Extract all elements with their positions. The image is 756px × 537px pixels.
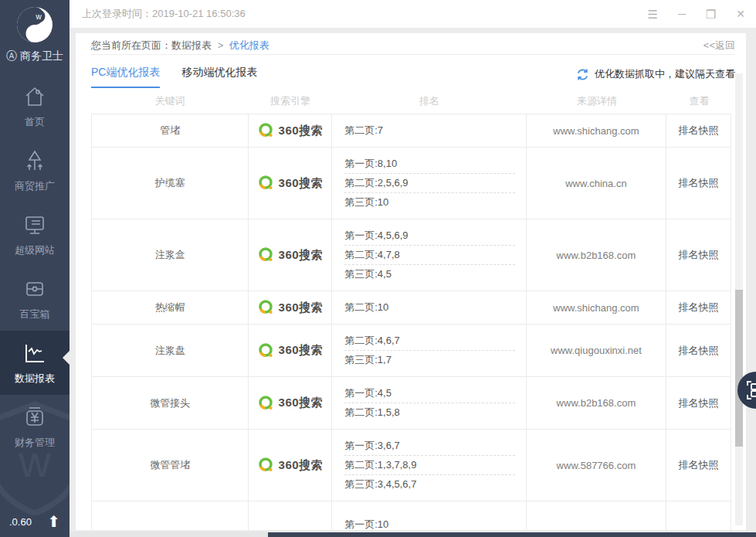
rank-line: 第一页:4,5 [344,384,514,403]
header-keyword: 关键词 [91,94,249,108]
rank-cell: 第二页:7 [332,114,526,147]
rank-snapshot-link[interactable]: 排名快照 [679,301,719,314]
header-engine: 搜索引擎 [249,94,332,108]
svg-text:w: w [18,437,51,486]
sidebar-item-label: 数据报表 [15,372,55,386]
sidebar-item-toolbox[interactable]: 百宝箱 [0,267,69,331]
breadcrumb-prefix: 您当前所在页面：数据报表 [91,39,212,51]
rank-cell: 第一页:4,5第二页:1,5,8 [332,377,526,429]
rank-snapshot-link[interactable]: 排名快照 [679,248,719,262]
engine-name: 360搜索 [279,458,324,473]
keyword-cell: 热缩帽 [92,291,249,324]
rank-cell: 第二页:10 [332,291,526,324]
window-minimize-icon[interactable]: ─ [678,8,686,19]
source-link[interactable]: www.china.cn [565,178,626,189]
rank-line: 第三页:3,4,5,6,7 [344,475,514,494]
sidebar-item-data-report[interactable]: 数据报表 [0,331,69,395]
keyword-cell: 管堵 [92,114,249,147]
upgrade-arrow-icon[interactable]: ⬆ [47,514,60,529]
engine-cell: 360搜索 [249,430,332,501]
keyword-cell: 微管接头 [92,377,249,429]
view-cell [666,501,731,530]
keyword-cell: 微管管堵 [92,430,249,501]
sidebar-item-promotion[interactable]: 商贸推广 [0,138,69,202]
sidebar-item-website[interactable]: 超级网站 [0,202,69,267]
monitor-icon [23,213,46,236]
table-row: 热缩帽 360搜索 第二页:10 www.shichang.com 排名快照 [91,291,731,325]
home-icon [23,85,46,108]
view-cell: 排名快照 [666,219,731,291]
tab-pc-report[interactable]: PC端优化报表 [91,66,160,88]
sidebar-item-home[interactable]: 首页 [0,74,69,138]
svg-text:w: w [35,12,42,21]
engine-name: 360搜索 [279,301,324,315]
report-table: 关键词 搜索引擎 排名 来源详情 查看 管堵 360搜索 第二页:7 www.s… [91,89,731,530]
sidebar-item-label: 超级网站 [15,243,55,257]
promotion-arrows-icon [23,149,46,172]
rank-line: 第一页:8,10 [344,155,514,174]
engine-cell [249,501,332,530]
table-row: 微管接头 360搜索 第一页:4,5第二页:1,5,8 www.b2b168.c… [91,377,731,430]
keyword-cell: 护缆塞 [92,148,249,219]
engine-cell: 360搜索 [249,114,332,147]
view-cell: 排名快照 [666,430,731,501]
breadcrumb: 您当前所在页面：数据报表 > 优化报表 [91,39,270,53]
rank-snapshot-link[interactable]: 排名快照 [679,124,719,138]
breadcrumb-separator: > [218,39,224,51]
rank-line: 第二页:10 [344,298,514,317]
rank-cell: 第二页:4,6,7第三页:1,7 [332,325,526,376]
header-view: 查看 [667,94,731,108]
sidebar-item-label: 首页 [25,115,45,129]
engine-cell: 360搜索 [249,377,332,429]
table-row: 护缆塞 360搜索 第一页:8,10第二页:2,5,6,9第三页:10 www.… [91,148,731,219]
source-cell: www.b2b168.com [527,219,667,291]
view-cell: 排名快照 [666,325,731,376]
window-menu-icon[interactable]: ☰ [647,8,657,20]
table-body: 管堵 360搜索 第二页:7 www.shichang.com 排名快照 护缆塞 [91,114,731,530]
table-row: 第一页:10 [91,501,731,530]
back-link[interactable]: <<返回 [703,39,735,53]
rank-snapshot-link[interactable]: 排名快照 [679,396,719,410]
360-search-logo-icon [258,395,275,412]
source-link[interactable]: www.b2b168.com [557,250,636,261]
engine-cell: 360搜索 [249,291,332,324]
engine-cell: 360搜索 [249,148,332,219]
engine-name: 360搜索 [279,176,324,191]
view-cell: 排名快照 [666,291,731,324]
table-header-row: 关键词 搜索引擎 排名 来源详情 查看 [91,89,731,114]
main-panel: 您当前所在页面：数据报表 > 优化报表 <<返回 PC端优化报表 移动端优化报表… [76,33,746,530]
source-link[interactable]: www.shichang.com [553,302,639,314]
qr-code-icon [746,380,756,400]
brand-name: 商务卫士 [20,49,63,63]
vertical-scrollbar-thumb[interactable] [735,290,743,447]
table-row: 注浆盘 360搜索 第二页:4,6,7第三页:1,7 www.qiugouxin… [91,325,731,377]
horizontal-scrollbar-thumb[interactable] [268,532,756,537]
last-login-label: 上次登录时间：2019-10-21 16:50:36 [82,7,246,21]
engine-cell: 360搜索 [249,325,332,376]
source-link[interactable]: www.shichang.com [553,125,639,137]
rank-line: 第二页:1,5,8 [344,403,514,422]
header-source: 来源详情 [527,94,667,108]
vertical-scrollbar[interactable] [735,73,743,525]
tab-mobile-report[interactable]: 移动端优化报表 [181,66,257,88]
source-link[interactable]: www.b2b168.com [557,397,636,409]
rank-line: 第二页:1,3,7,8,9 [344,456,514,475]
rank-snapshot-link[interactable]: 排名快照 [679,458,719,472]
rank-line: 第三页:1,7 [344,351,514,369]
rank-line: 第二页:7 [344,121,514,140]
view-cell: 排名快照 [666,114,731,147]
sidebar: w Ⓐ 商务卫士 首页 商贸推广 超级网站 [0,0,69,537]
source-link[interactable]: www.587766.com [557,460,636,471]
table-row: 微管管堵 360搜索 第一页:3,6,7第二页:1,3,7,8,9第三页:3,4… [91,430,731,501]
breadcrumb-current-link[interactable]: 优化报表 [229,39,270,51]
source-link[interactable]: www.qiugouxinxi.net [551,345,642,356]
rank-snapshot-link[interactable]: 排名快照 [679,344,719,358]
rank-snapshot-link[interactable]: 排名快照 [679,176,719,190]
horizontal-scrollbar[interactable] [69,532,756,537]
window-close-icon[interactable]: ✕ [736,8,745,19]
header-rank: 排名 [332,94,527,108]
app-logo-icon: w [16,6,53,43]
rank-line: 第一页:3,6,7 [344,437,514,456]
rank-line: 第一页:10 [344,515,514,531]
window-maximize-icon[interactable]: ❐ [706,8,716,20]
